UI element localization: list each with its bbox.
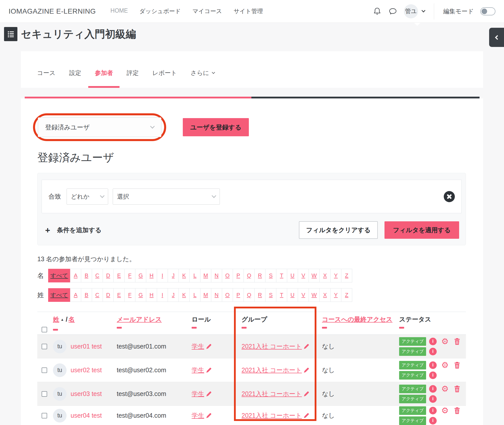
letter-filter-link[interactable]: J	[168, 288, 179, 302]
remove-filter-row-button[interactable]	[444, 191, 455, 202]
letter-filter-link[interactable]: Y	[330, 288, 341, 302]
letter-filter-link[interactable]: S	[265, 288, 276, 302]
sort-surname-link[interactable]: 姓	[53, 316, 59, 323]
apply-filters-button[interactable]: フィルタを適用する	[384, 221, 459, 239]
edit-pencil-icon[interactable]	[205, 343, 212, 350]
participant-name-link[interactable]: user03 test	[71, 390, 102, 397]
hide-column-icon[interactable]	[322, 327, 327, 329]
letter-filter-link[interactable]: Z	[341, 269, 352, 282]
letter-filter-link[interactable]: R	[254, 288, 265, 302]
edit-pencil-icon[interactable]	[303, 367, 310, 374]
row-checkbox[interactable]	[42, 413, 47, 418]
role-link[interactable]: 学生	[192, 366, 204, 374]
info-icon[interactable]: i	[429, 395, 437, 403]
gear-icon[interactable]: ⚙	[441, 385, 449, 393]
participant-name-link[interactable]: user04 test	[71, 412, 102, 419]
letter-filter-link[interactable]: O	[222, 269, 233, 282]
letter-filter-link[interactable]: D	[103, 269, 114, 282]
letter-filter-link[interactable]: Q	[244, 269, 255, 282]
info-icon[interactable]: i	[429, 407, 437, 414]
letter-filter-link[interactable]: N	[211, 269, 222, 282]
info-icon[interactable]: i	[429, 371, 437, 379]
edit-pencil-icon[interactable]	[205, 367, 212, 374]
tab-participants[interactable]: 参加者	[88, 69, 120, 88]
letter-filter-link[interactable]: U	[287, 288, 298, 302]
letter-filter-link[interactable]: E	[113, 288, 125, 302]
info-icon[interactable]: i	[429, 417, 437, 424]
letter-filter-link[interactable]: L	[189, 269, 200, 282]
letter-filter-link[interactable]: H	[146, 288, 157, 302]
letter-filter-link[interactable]: C	[92, 269, 103, 282]
group-link[interactable]: 2021入社 コーホート	[242, 390, 302, 398]
role-link[interactable]: 学生	[192, 390, 204, 398]
letter-filter-link[interactable]: C	[92, 288, 103, 302]
letter-filter-link[interactable]: V	[298, 269, 309, 282]
nav-dashboard[interactable]: ダッシュボード	[139, 7, 181, 15]
letter-filter-link[interactable]: W	[309, 269, 320, 282]
row-checkbox[interactable]	[42, 367, 47, 373]
edit-pencil-icon[interactable]	[205, 390, 212, 397]
letter-filter-link[interactable]: N	[211, 288, 222, 302]
hide-column-icon[interactable]	[399, 327, 404, 329]
letter-filter-link[interactable]: B	[81, 269, 92, 282]
letter-filter-link[interactable]: J	[168, 269, 179, 282]
letter-filter-link[interactable]: T	[276, 288, 287, 302]
gear-icon[interactable]: ⚙	[441, 407, 449, 414]
hide-column-icon[interactable]	[242, 327, 247, 329]
letter-filter-link[interactable]: V	[298, 288, 309, 302]
group-link[interactable]: 2021入社 コーホート	[242, 411, 302, 420]
letter-filter-link[interactable]: A	[70, 269, 81, 282]
letter-all-button[interactable]: すべて	[48, 288, 70, 302]
trash-icon[interactable]	[454, 338, 460, 345]
edit-pencil-icon[interactable]	[205, 412, 212, 419]
letter-filter-link[interactable]: B	[81, 288, 92, 302]
letter-filter-link[interactable]: Z	[341, 288, 352, 302]
tab-more[interactable]: さらに	[184, 69, 221, 88]
letter-filter-link[interactable]: K	[179, 269, 190, 282]
letter-filter-link[interactable]: D	[103, 288, 114, 302]
notification-bell-icon[interactable]	[373, 7, 382, 16]
trash-icon[interactable]	[454, 407, 460, 414]
hide-column-icon[interactable]	[53, 329, 58, 331]
group-link[interactable]: 2021入社 コーホート	[242, 342, 302, 351]
letter-filter-link[interactable]: K	[179, 288, 190, 302]
letter-filter-link[interactable]: G	[135, 288, 146, 302]
tab-reports[interactable]: レポート	[146, 69, 184, 88]
letter-filter-link[interactable]: W	[309, 288, 320, 302]
letter-filter-link[interactable]: M	[200, 269, 211, 282]
course-index-icon[interactable]	[4, 27, 17, 41]
letter-filter-link[interactable]: Q	[244, 288, 255, 302]
edit-pencil-icon[interactable]	[303, 412, 310, 419]
gear-icon[interactable]: ⚙	[441, 338, 449, 345]
row-checkbox[interactable]	[42, 344, 47, 349]
letter-filter-link[interactable]: M	[200, 288, 211, 302]
nav-site-admin[interactable]: サイト管理	[233, 7, 263, 15]
gear-icon[interactable]: ⚙	[441, 361, 449, 369]
tab-grades[interactable]: 評定	[120, 69, 145, 88]
sort-last-access-link[interactable]: コースへの最終アクセス	[322, 316, 393, 323]
sort-email-link[interactable]: メールアドレス	[117, 316, 162, 323]
participant-name-link[interactable]: user02 test	[71, 366, 102, 374]
info-icon[interactable]: i	[429, 348, 437, 355]
nav-my-courses[interactable]: マイコース	[192, 7, 222, 15]
letter-filter-link[interactable]: P	[233, 269, 244, 282]
letter-filter-link[interactable]: T	[276, 269, 287, 282]
letter-filter-link[interactable]: U	[287, 269, 298, 282]
match-type-select[interactable]: どれか	[67, 189, 108, 205]
letter-all-button[interactable]: すべて	[48, 269, 70, 282]
edit-mode-toggle[interactable]	[480, 7, 495, 15]
row-checkbox[interactable]	[42, 391, 47, 397]
letter-filter-link[interactable]: H	[146, 269, 157, 282]
enrolment-filter-select[interactable]: 登録済みユーザ	[38, 117, 161, 137]
letter-filter-link[interactable]: Y	[330, 269, 341, 282]
info-icon[interactable]: i	[429, 338, 437, 345]
edit-pencil-icon[interactable]	[303, 343, 310, 350]
hide-column-icon[interactable]	[192, 327, 197, 329]
letter-filter-link[interactable]: I	[157, 269, 168, 282]
clear-filters-button[interactable]: フィルタをクリアする	[299, 221, 378, 239]
letter-filter-link[interactable]: X	[319, 288, 331, 302]
role-link[interactable]: 学生	[192, 342, 204, 351]
group-link[interactable]: 2021入社 コーホート	[242, 366, 302, 374]
criteria-select[interactable]: 選択	[113, 189, 220, 205]
messages-icon[interactable]	[388, 7, 397, 16]
